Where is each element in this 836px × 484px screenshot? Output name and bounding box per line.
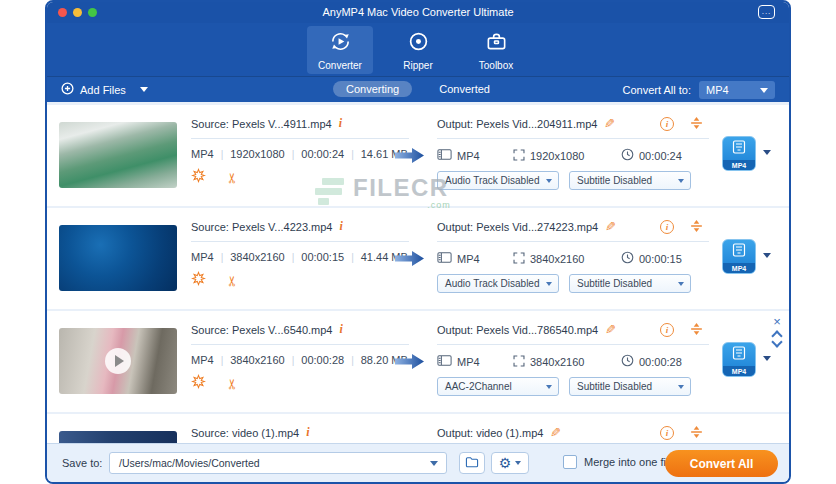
tab-toolbox[interactable]: Toolbox <box>463 26 529 74</box>
screenshot-canvas: AnyMP4 Mac Video Converter Ultimate ... … <box>0 0 836 484</box>
toolbox-icon <box>485 30 508 57</box>
source-info-icon[interactable]: i <box>339 322 342 337</box>
remove-file-icon[interactable]: × <box>773 316 781 328</box>
file-row-2: Source: Pexels V...4223.mp4 i MP4| 3840x… <box>47 208 789 309</box>
tab-converting[interactable]: Converting <box>333 81 412 97</box>
tab-ripper[interactable]: Ripper <box>385 26 451 74</box>
audio-track-select[interactable]: AAC-2Channel <box>437 377 559 396</box>
output-filename: Output: Pexels Vid...274223.mp4 <box>437 221 598 233</box>
cut-scissors-icon[interactable]: ✂ <box>224 378 240 390</box>
ripper-icon <box>407 30 430 57</box>
split-compare-icon[interactable] <box>690 219 703 235</box>
main-toolbar: Converter Ripper Toolbox <box>47 23 789 76</box>
format-badge-label: MP4 <box>723 366 755 376</box>
output-info-icon[interactable]: i <box>660 117 674 131</box>
convert-all-to: Convert All to: MP4 <box>623 81 775 99</box>
convert-arrow-icon <box>395 353 425 374</box>
source-info-icon[interactable]: i <box>339 219 342 234</box>
source-block: Source: video (1).mp4 i <box>191 425 409 440</box>
output-format-value: MP4 <box>706 84 729 96</box>
save-path-caret-icon <box>430 461 438 466</box>
edit-effects-icon[interactable] <box>191 168 206 187</box>
rename-pencil-icon[interactable]: ✎ <box>550 425 561 440</box>
resolution-icon <box>513 355 525 369</box>
source-filename: Source: Pexels V...6540.mp4 <box>191 324 332 336</box>
settings-button[interactable]: ⚙ <box>491 452 529 474</box>
output-metadata: MP4 3840x2160 <box>437 354 709 369</box>
split-compare-icon[interactable] <box>690 322 703 338</box>
tab-converted[interactable]: Converted <box>426 81 503 97</box>
source-info-icon[interactable]: i <box>339 116 342 131</box>
clock-icon <box>621 354 634 369</box>
file-row-3: Source: Pexels V...6540.mp4 i MP4| 3840x… <box>47 311 789 412</box>
cut-scissors-icon[interactable]: ✂ <box>224 275 240 287</box>
open-folder-button[interactable] <box>459 452 485 474</box>
split-compare-icon[interactable] <box>690 116 703 132</box>
audio-track-select[interactable]: Audio Track Disabled <box>437 274 559 293</box>
video-thumbnail[interactable] <box>59 328 177 394</box>
format-badge-label: MP4 <box>723 160 755 170</box>
output-filename: Output: Pexels Vid...786540.mp4 <box>437 324 598 336</box>
output-metadata: MP4 1920x1080 <box>437 148 709 163</box>
rename-pencil-icon[interactable]: ✎ <box>605 322 616 337</box>
film-icon <box>437 149 452 162</box>
audio-track-select[interactable]: Audio Track Disabled <box>437 171 559 190</box>
app-window: AnyMP4 Mac Video Converter Ultimate ... … <box>45 0 791 484</box>
cut-scissors-icon[interactable]: ✂ <box>224 172 240 184</box>
output-format: MP4 <box>457 356 480 368</box>
format-profile-button[interactable]: MP4 <box>722 239 756 274</box>
footer-bar: Save to: /Users/mac/Movies/Converted ⚙ M… <box>47 443 789 482</box>
output-info-icon[interactable]: i <box>660 323 674 337</box>
output-metadata: MP4 3840x2160 <box>437 251 709 266</box>
converter-icon <box>329 30 352 57</box>
edit-effects-icon[interactable] <box>191 374 206 393</box>
profile-caret-icon[interactable] <box>763 356 771 361</box>
source-metadata: MP4| 3840x2160| 00:00:15| 41.44 MB <box>191 251 409 263</box>
window-title: AnyMP4 Mac Video Converter Ultimate <box>47 6 789 18</box>
source-resolution: 3840x2160 <box>230 354 284 366</box>
profile-caret-icon[interactable] <box>763 150 771 155</box>
play-preview-icon[interactable] <box>105 348 131 374</box>
gear-icon: ⚙ <box>499 456 512 470</box>
title-bar: AnyMP4 Mac Video Converter Ultimate ... <box>47 2 789 23</box>
output-info-icon[interactable]: i <box>660 426 674 440</box>
source-resolution: 1920x1080 <box>230 148 284 160</box>
save-path-value: /Users/mac/Movies/Converted <box>119 457 260 469</box>
resolution-icon <box>513 149 525 163</box>
video-thumbnail[interactable] <box>59 431 177 443</box>
source-info-icon[interactable]: i <box>306 425 309 440</box>
rename-pencil-icon[interactable]: ✎ <box>604 116 615 131</box>
format-profile-button[interactable]: MP4 <box>722 342 756 377</box>
rename-pencil-icon[interactable]: ✎ <box>605 219 616 234</box>
source-duration: 00:00:28 <box>301 354 344 366</box>
subtitle-select[interactable]: Subtitle Disabled <box>569 274 691 293</box>
split-compare-icon[interactable] <box>690 425 703 441</box>
clock-icon <box>621 148 634 163</box>
subtitle-select[interactable]: Subtitle Disabled <box>569 377 691 396</box>
output-resolution: 3840x2160 <box>530 356 584 368</box>
output-info-icon[interactable]: i <box>660 220 674 234</box>
feedback-icon[interactable]: ... <box>758 5 775 19</box>
source-format: MP4 <box>191 251 214 263</box>
output-format: MP4 <box>457 253 480 265</box>
video-thumbnail[interactable] <box>59 122 177 188</box>
merge-checkbox[interactable] <box>563 455 577 469</box>
action-bar: Add Files Converting Converted Convert A… <box>47 76 789 102</box>
output-block: Output: Pexels Vid...274223.mp4 ✎ i <box>437 219 709 293</box>
save-path-combobox[interactable]: /Users/mac/Movies/Converted <box>109 452 447 474</box>
film-icon <box>437 252 452 265</box>
output-filename: Output: Pexels Vid...204911.mp4 <box>437 118 597 130</box>
format-profile-button[interactable]: MP4 <box>722 136 756 171</box>
convert-arrow-icon <box>395 147 425 168</box>
source-block: Source: Pexels V...4911.mp4 i MP4| 1920x… <box>191 116 409 187</box>
source-block: Source: Pexels V...4223.mp4 i MP4| 3840x… <box>191 219 409 290</box>
video-thumbnail[interactable] <box>59 225 177 291</box>
tab-converter[interactable]: Converter <box>307 26 373 74</box>
open-folder-icon <box>465 456 479 470</box>
output-duration: 00:00:24 <box>639 150 682 162</box>
profile-caret-icon[interactable] <box>763 253 771 258</box>
edit-effects-icon[interactable] <box>191 271 206 290</box>
convert-all-button[interactable]: Convert All <box>665 450 778 477</box>
subtitle-select[interactable]: Subtitle Disabled <box>569 171 691 190</box>
output-format-select[interactable]: MP4 <box>699 81 775 99</box>
